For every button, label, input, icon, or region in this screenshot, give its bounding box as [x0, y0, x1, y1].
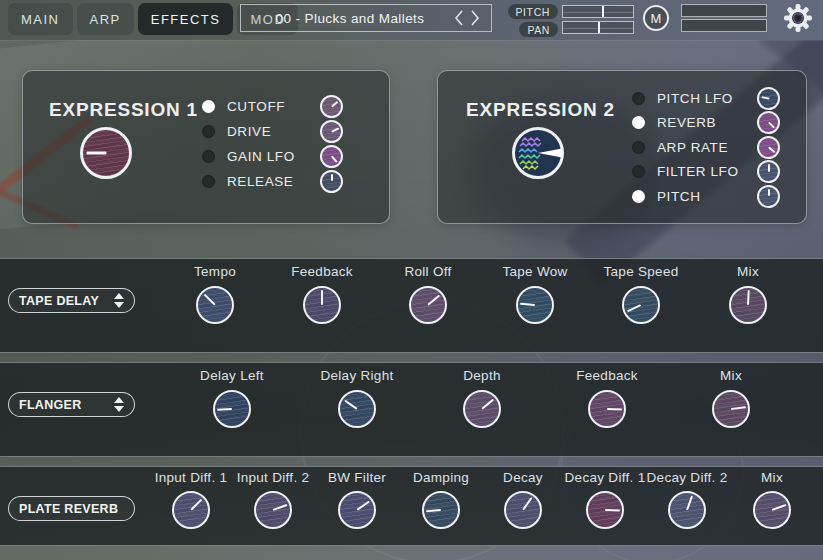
effect2-type-dropdown[interactable]: FLANGER — [8, 392, 135, 417]
mono-button[interactable]: M — [643, 5, 669, 31]
knob-unit-bw-filter: BW Filter — [309, 470, 405, 529]
knob-pointer — [522, 497, 532, 510]
expression1-panel: EXPRESSION 1 CUTOFF DRIVE GAIN LFO RELEA… — [22, 70, 390, 224]
target-row-gain-lfo: GAIN LFO — [202, 145, 343, 167]
release-label: RELEASE — [227, 174, 308, 189]
input-diff-1-label: Input Diff. 1 — [155, 470, 228, 485]
knob-pointer — [768, 146, 775, 152]
reverb-amount-knob[interactable] — [757, 111, 780, 134]
depth-knob[interactable] — [463, 390, 501, 428]
knob-unit-delay-left: Delay Left — [184, 368, 280, 428]
pitch-lfo-radio[interactable] — [632, 92, 645, 105]
pitch-slider[interactable] — [562, 5, 634, 18]
knob-pointer — [344, 400, 357, 410]
knob-pointer — [627, 304, 641, 312]
decay-knob[interactable] — [504, 491, 542, 529]
preset-next-button[interactable] — [467, 8, 483, 28]
tape-speed-knob[interactable] — [622, 286, 660, 324]
preset-prev-button[interactable] — [451, 8, 467, 28]
damping-knob[interactable] — [422, 491, 460, 529]
expression2-panel: EXPRESSION 2 PITCH LFO REVERB — [437, 70, 807, 224]
expression2-knob[interactable] — [512, 127, 564, 179]
knob-pointer — [331, 100, 338, 106]
pitch-pan-labels: PITCH PAN — [516, 4, 558, 37]
filter-lfo-radio[interactable] — [632, 165, 645, 178]
delay-right-knob[interactable] — [338, 390, 376, 428]
target-row-pitch: PITCH — [632, 185, 780, 207]
mix-knob[interactable] — [729, 286, 767, 324]
decay-diff-2-knob[interactable] — [668, 491, 706, 529]
knob-unit-roll-off: Roll Off — [380, 264, 476, 324]
gain-lfo-radio[interactable] — [202, 150, 215, 163]
reverb-mix-knob[interactable] — [753, 491, 791, 529]
tab-main[interactable]: MAIN — [8, 3, 73, 35]
delay-left-knob[interactable] — [213, 390, 251, 428]
expression1-title: EXPRESSION 1 — [49, 99, 198, 121]
input-diff-2-knob[interactable] — [254, 491, 292, 529]
knob-pointer — [426, 509, 441, 512]
filter-lfo-amount-knob[interactable] — [757, 160, 780, 183]
pitch-radio[interactable] — [632, 190, 645, 203]
flanger-mix-knob[interactable] — [712, 390, 750, 428]
drive-amount-knob[interactable] — [320, 120, 343, 143]
knob-pointer — [520, 303, 535, 306]
tab-arp[interactable]: ARP — [77, 3, 134, 35]
preset-selector[interactable]: 00 - Plucks and Mallets — [240, 4, 492, 32]
pitch-amount-knob[interactable] — [757, 185, 780, 208]
knob-pointer — [273, 504, 288, 511]
feedback-knob[interactable] — [303, 286, 341, 324]
pan-slider[interactable] — [562, 21, 634, 34]
knob-pointer — [747, 290, 750, 305]
drive-label: DRIVE — [227, 124, 308, 139]
drive-radio[interactable] — [202, 125, 215, 138]
expression1-knob[interactable] — [80, 127, 132, 179]
effect3-type-dropdown[interactable]: PLATE REVERB — [8, 496, 135, 521]
waveform-knob-graphic — [512, 127, 564, 179]
filter-lfo-label: FILTER LFO — [657, 164, 745, 179]
knob-pointer — [331, 155, 337, 162]
knob-unit-tempo: Tempo — [167, 264, 263, 324]
tape-wow-label: Tape Wow — [502, 264, 567, 279]
effect1-type-dropdown[interactable]: TAPE DELAY — [8, 288, 135, 313]
reverb-label: REVERB — [657, 115, 745, 130]
knob-unit-mix: Mix — [683, 368, 779, 428]
flanger-feedback-knob[interactable] — [588, 390, 626, 428]
knob-unit-mix: Mix — [700, 264, 796, 324]
knob-pointer — [768, 122, 775, 129]
expression1-targets: CUTOFF DRIVE GAIN LFO RELEASE — [202, 95, 343, 192]
pitch-lfo-amount-knob[interactable] — [757, 87, 780, 110]
input-diff-1-knob[interactable] — [172, 491, 210, 529]
knob-pointer — [427, 295, 440, 306]
arp-rate-amount-knob[interactable] — [757, 136, 780, 159]
tape-wow-knob[interactable] — [516, 286, 554, 324]
meter-left — [681, 4, 767, 17]
knob-pointer — [731, 406, 746, 410]
reverb-radio[interactable] — [632, 116, 645, 129]
output-meters — [681, 4, 767, 32]
pitch-target-label: PITCH — [657, 189, 745, 204]
gain-lfo-amount-knob[interactable] — [320, 145, 343, 168]
release-amount-knob[interactable] — [320, 170, 343, 193]
pitch-label: PITCH — [508, 4, 559, 19]
settings-button[interactable] — [782, 2, 814, 34]
tempo-label: Tempo — [194, 264, 236, 279]
mix-label: Mix — [761, 470, 783, 485]
cutoff-radio[interactable] — [202, 100, 215, 113]
knob-pointer — [761, 96, 769, 99]
knob-unit-feedback: Feedback — [559, 368, 655, 428]
pitch-slider-handle[interactable] — [602, 6, 604, 17]
release-radio[interactable] — [202, 175, 215, 188]
tab-effects[interactable]: EFFECTS — [138, 3, 234, 35]
tempo-knob[interactable] — [196, 286, 234, 324]
cutoff-amount-knob[interactable] — [320, 95, 343, 118]
knob-pointer — [321, 290, 323, 305]
top-bar: MAIN ARP EFFECTS MOD 00 - Plucks and Mal… — [0, 0, 823, 40]
arp-rate-label: ARP RATE — [657, 140, 745, 155]
decay-diff-1-knob[interactable] — [586, 491, 624, 529]
arp-rate-radio[interactable] — [632, 141, 645, 154]
knob-unit-delay-right: Delay Right — [309, 368, 405, 428]
pan-slider-handle[interactable] — [598, 22, 600, 33]
delay-left-label: Delay Left — [200, 368, 264, 383]
roll-off-knob[interactable] — [409, 286, 447, 324]
bw-filter-knob[interactable] — [338, 491, 376, 529]
